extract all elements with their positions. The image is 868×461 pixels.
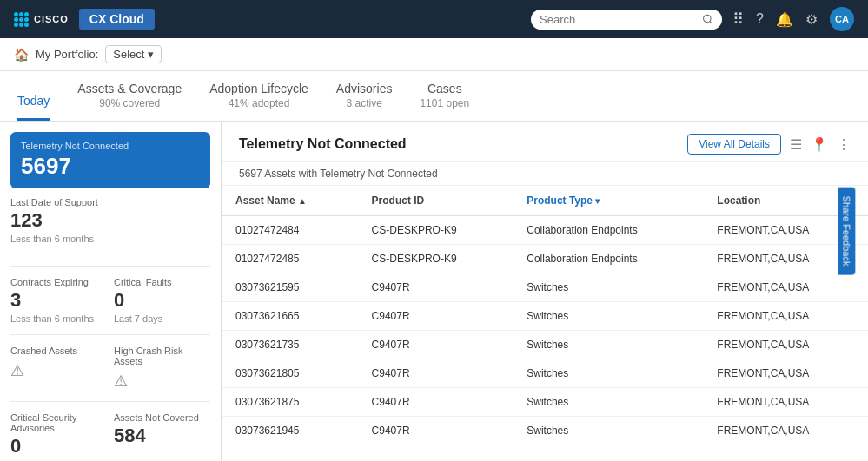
- app-title: CX Cloud: [79, 9, 155, 30]
- high-crash-risk-warn-icon: ⚠: [114, 372, 210, 391]
- critical-security-box: Critical Security Advisories 0: [10, 412, 107, 458]
- tab-advisories[interactable]: Advisories 3 active: [336, 71, 393, 121]
- chevron-down-icon: ▾: [148, 48, 154, 61]
- telemetry-card-value: 5697: [21, 153, 200, 180]
- feedback-tab[interactable]: Share Feedback: [838, 187, 856, 274]
- col-asset-name[interactable]: Asset Name ▲: [222, 186, 358, 216]
- tab-assets-coverage[interactable]: Assets & Coverage 90% covered: [77, 71, 182, 121]
- left-sidebar: Telemetry Not Connected 5697 Last Date o…: [0, 122, 222, 461]
- high-crash-risk-box: High Crash Risk Assets ⚠: [114, 346, 210, 391]
- cell-location: FREMONT,CA,USA: [703, 302, 868, 331]
- avatar[interactable]: CA: [830, 7, 854, 31]
- table-row[interactable]: 03073621665 C9407R Switches FREMONT,CA,U…: [222, 302, 868, 331]
- cell-product-type: Switches: [513, 273, 703, 302]
- search-bar[interactable]: [531, 10, 722, 30]
- table-row[interactable]: 01027472485 CS-DESKPRO-K9 Collaboration …: [222, 245, 868, 273]
- more-options-icon[interactable]: ⋮: [837, 136, 851, 153]
- crashed-highcrash-row: Crashed Assets ⚠ High Crash Risk Assets …: [10, 346, 210, 391]
- assets-table-container[interactable]: Asset Name ▲ Product ID Product Type ▾ L…: [222, 186, 868, 461]
- crashed-assets-box: Crashed Assets ⚠: [10, 346, 107, 391]
- table-body: 01027472484 CS-DESKPRO-K9 Collaboration …: [222, 216, 868, 445]
- search-input[interactable]: [540, 13, 697, 26]
- critical-faults-value: 0: [114, 289, 210, 312]
- svg-line-1: [710, 21, 712, 23]
- critical-security-value: 0: [10, 435, 107, 458]
- type-sort-icon: ▾: [595, 196, 600, 206]
- table-row[interactable]: 03073621805 C9407R Switches FREMONT,CA,U…: [222, 359, 868, 388]
- cell-location: FREMONT,CA,USA: [703, 331, 868, 359]
- contracts-expiring-sub: Less than 6 months: [10, 313, 107, 324]
- last-support-value: 123: [10, 209, 210, 232]
- contracts-expiring-box: Contracts Expiring 3 Less than 6 months: [10, 277, 107, 324]
- contracts-expiring-value: 3: [10, 289, 107, 312]
- cell-asset-name: 03073621735: [222, 331, 358, 359]
- main-content: Telemetry Not Connected 5697 Last Date o…: [0, 122, 868, 461]
- cell-product-type: Switches: [513, 359, 703, 388]
- cell-asset-name: 01027472484: [222, 216, 358, 245]
- assets-not-covered-box: Assets Not Covered 584: [114, 412, 210, 458]
- cell-product-id: C9407R: [358, 273, 514, 302]
- list-view-icon[interactable]: ☰: [790, 136, 802, 153]
- crashed-assets-warn-icon: ⚠: [10, 361, 107, 380]
- tab-adoption-lifecycle[interactable]: Adoption Lifecycle 41% adopted: [209, 71, 308, 121]
- top-navigation: CISCO CX Cloud ⠿ ? 🔔 ⚙ CA: [0, 0, 868, 38]
- table-row[interactable]: 01027472484 CS-DESKPRO-K9 Collaboration …: [222, 216, 868, 245]
- cell-product-id: CS-DESKPRO-K9: [358, 245, 514, 273]
- contracts-expiring-title: Contracts Expiring: [10, 277, 107, 287]
- settings-icon[interactable]: ⚙: [805, 11, 818, 28]
- crashed-assets-title: Crashed Assets: [10, 346, 107, 356]
- high-crash-risk-title: High Crash Risk Assets: [114, 346, 210, 366]
- last-support-box: Last Date of Support 123 Less than 6 mon…: [10, 197, 210, 255]
- cell-product-id: C9407R: [358, 302, 514, 331]
- contracts-faults-row: Contracts Expiring 3 Less than 6 months …: [10, 277, 210, 324]
- tab-today[interactable]: Today: [17, 83, 50, 121]
- assets-not-covered-title: Assets Not Covered: [114, 412, 210, 423]
- tabs-bar: Today Assets & Coverage 90% covered Adop…: [0, 71, 868, 122]
- right-panel: Telemetry Not Connected View All Details…: [222, 122, 868, 461]
- cell-product-type: Switches: [513, 302, 703, 331]
- cell-product-id: C9407R: [358, 359, 514, 388]
- critical-security-title: Critical Security Advisories: [10, 412, 107, 433]
- assets-not-covered-value: 584: [114, 425, 210, 447]
- table-row[interactable]: 03073621875 C9407R Switches FREMONT,CA,U…: [222, 388, 868, 417]
- table-row[interactable]: 03073621595 C9407R Switches FREMONT,CA,U…: [222, 273, 868, 302]
- portfolio-label: My Portfolio:: [36, 48, 98, 61]
- cell-location: FREMONT,CA,USA: [703, 388, 868, 417]
- panel-actions: View All Details ☰ 📍 ⋮: [687, 134, 851, 155]
- telemetry-card[interactable]: Telemetry Not Connected 5697: [10, 132, 210, 188]
- table-row[interactable]: 03073621945 C9407R Switches FREMONT,CA,U…: [222, 417, 868, 445]
- table-row[interactable]: 03073621735 C9407R Switches FREMONT,CA,U…: [222, 331, 868, 359]
- home-icon[interactable]: 🏠: [14, 48, 29, 62]
- map-pin-icon[interactable]: 📍: [811, 136, 828, 153]
- help-icon[interactable]: ?: [756, 11, 764, 27]
- portfolio-select-button[interactable]: Select ▾: [105, 45, 162, 63]
- security-notcovered-row: Critical Security Advisories 0 Assets No…: [10, 412, 210, 458]
- cell-asset-name: 03073621665: [222, 302, 358, 331]
- cell-product-id: C9407R: [358, 417, 514, 445]
- cell-product-type: Switches: [513, 331, 703, 359]
- search-icon: [702, 13, 713, 25]
- cell-asset-name: 03073621595: [222, 273, 358, 302]
- panel-header: Telemetry Not Connected View All Details…: [222, 122, 868, 162]
- critical-faults-title: Critical Faults: [114, 277, 210, 287]
- asset-sort-icon: ▲: [298, 196, 307, 206]
- svg-point-0: [704, 15, 711, 22]
- col-product-type[interactable]: Product Type ▾: [513, 186, 703, 216]
- panel-title: Telemetry Not Connected: [239, 136, 407, 152]
- telemetry-card-title: Telemetry Not Connected: [21, 141, 200, 151]
- cell-product-type: Collaboration Endpoints: [513, 245, 703, 273]
- view-all-details-button[interactable]: View All Details: [687, 134, 781, 155]
- critical-faults-box: Critical Faults 0 Last 7 days: [114, 277, 210, 324]
- cell-asset-name: 01027472485: [222, 245, 358, 273]
- critical-faults-sub: Last 7 days: [114, 313, 210, 324]
- last-support-title: Last Date of Support: [10, 197, 210, 207]
- tab-cases[interactable]: Cases 1101 open: [420, 71, 469, 121]
- waffle-icon[interactable]: ⠿: [732, 10, 744, 29]
- cell-product-id: C9407R: [358, 331, 514, 359]
- cisco-grid-icon: [14, 12, 29, 27]
- notifications-icon[interactable]: 🔔: [776, 11, 793, 28]
- assets-table: Asset Name ▲ Product ID Product Type ▾ L…: [222, 186, 868, 445]
- portfolio-bar: 🏠 My Portfolio: Select ▾: [0, 38, 868, 71]
- cell-product-type: Collaboration Endpoints: [513, 216, 703, 245]
- cisco-wordmark: CISCO: [34, 14, 69, 24]
